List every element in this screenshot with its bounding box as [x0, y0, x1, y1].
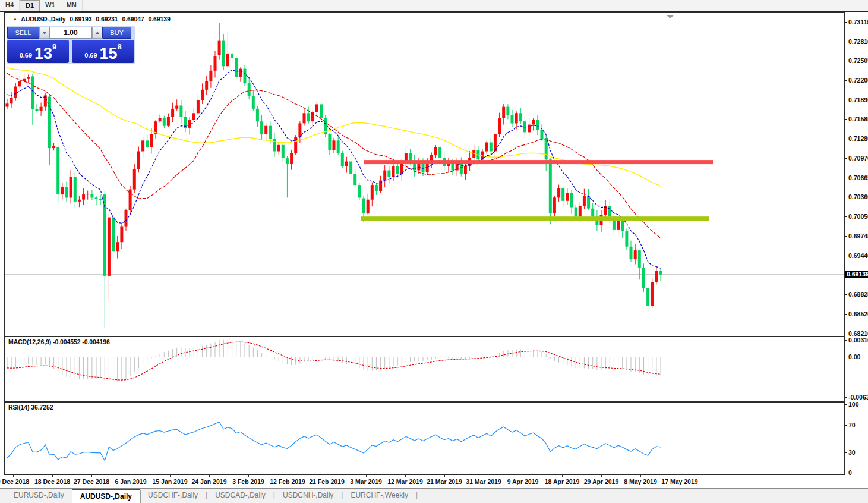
candle-body [137, 152, 140, 169]
candle-body [426, 164, 429, 172]
date-axis-tick [405, 475, 406, 477]
tab-eurusd-daily[interactable]: EURUSD-,Daily [6, 489, 72, 503]
candle-body [150, 134, 153, 147]
macd-chart-canvas[interactable] [5, 337, 844, 401]
collapse-triangle-icon[interactable]: ▲ [13, 17, 17, 21]
timeframe-button-w1[interactable]: W1 [40, 0, 61, 11]
time-axis[interactable]: 9 Dec 201818 Dec 201827 Dec 20186 Jan 20… [0, 475, 868, 488]
candle-body [31, 76, 34, 109]
candle-body [511, 115, 514, 124]
candle-body [264, 126, 267, 134]
candle-body [277, 145, 280, 152]
candle-body [209, 71, 212, 81]
date-axis-tick [640, 475, 641, 477]
volume-input[interactable] [49, 27, 92, 39]
date-axis-tick [523, 475, 523, 477]
one-click-trade-panel: SELL BUY 0.69 13 9 0.69 15 8 [7, 26, 135, 64]
price-axis-label: 0.69440 [848, 252, 868, 259]
tab-eurchf-weekly[interactable]: EURCHF-,Weekly [343, 489, 415, 503]
price-axis-tick [844, 80, 847, 81]
candle-body [52, 146, 55, 148]
candle-body [197, 100, 200, 113]
current-price-tag: 0.69139 [845, 271, 868, 278]
candle-body [591, 209, 594, 217]
sell-price-sup: 9 [52, 42, 56, 51]
volume-increase-button[interactable] [92, 27, 102, 39]
macd-scale[interactable]: 0.0031640.00-0.006317 [845, 337, 868, 402]
candle-body [90, 194, 93, 197]
rsi-axis-label: 0 [848, 469, 852, 476]
candle-body [133, 169, 136, 189]
candle-body [116, 242, 119, 252]
date-axis-tick [601, 475, 602, 477]
candle-body [358, 185, 361, 197]
candle-body [273, 139, 276, 151]
candle-body [99, 199, 102, 200]
price-scale[interactable]: 0.731150.728100.725050.722000.718900.715… [845, 12, 868, 337]
resistance-line[interactable] [364, 160, 713, 164]
timeframe-button-mn[interactable]: MN [61, 0, 83, 11]
candle-body [108, 218, 111, 276]
price-axis-tick [844, 139, 847, 139]
support-line[interactable] [361, 216, 709, 221]
date-axis-tick [248, 475, 249, 477]
rsi-axis-tick [844, 473, 847, 473]
candle-body [125, 210, 128, 227]
candle-body [575, 208, 577, 217]
candle-body [345, 162, 348, 166]
price-axis-label: 0.70360 [848, 193, 868, 200]
candle-body [6, 103, 9, 106]
candle-body [608, 206, 611, 216]
candle-body [328, 134, 331, 150]
candle-body [298, 123, 301, 137]
price-axis-label: 0.72810 [848, 38, 868, 45]
sell-button[interactable]: SELL [7, 27, 39, 39]
trading-terminal-window: H4D1W1MN ▲ AUDUSD-,Daily 0.69193 0.69231… [0, 0, 868, 503]
date-axis-tick [562, 475, 563, 477]
rsi-axis-tick [844, 404, 847, 405]
rsi-scale[interactable]: 10070300 [845, 402, 868, 475]
tab-audusd-daily[interactable]: AUDUSD-,Daily [72, 489, 140, 503]
candle-body [163, 118, 166, 126]
price-axis-tick [844, 197, 847, 197]
candle-body [269, 126, 272, 139]
candle-body [201, 90, 204, 100]
tab-usdcnh-daily[interactable]: USDCNH-,Daily [275, 489, 341, 503]
candle-body [557, 188, 560, 197]
buy-price-prefix: 0.69 [84, 52, 97, 59]
candle-body [502, 107, 505, 118]
candle-body [86, 194, 89, 194]
candle-body [579, 206, 582, 216]
candle-body [286, 158, 289, 164]
price-axis-label: 0.71280 [848, 135, 868, 142]
rsi-chart-canvas[interactable] [5, 403, 844, 474]
candle-body [621, 221, 624, 231]
tab-usdchf-daily[interactable]: USDCHF-,Daily [140, 489, 206, 503]
chart-tab-bar: EURUSD-,DailyAUDUSD-,DailyUSDCHF-,Daily|… [0, 488, 868, 503]
timeframe-button-d1[interactable]: D1 [20, 0, 40, 11]
price-axis-tick [844, 334, 847, 334]
sell-quote[interactable]: 0.69 13 9 [7, 40, 69, 63]
tab-usdcad-daily[interactable]: USDCAD-,Daily [207, 489, 273, 503]
candle-body [40, 107, 43, 111]
macd-signal-line [7, 342, 661, 380]
buy-button[interactable]: BUY [102, 27, 131, 39]
candle-body [337, 140, 340, 153]
candle-body [235, 58, 238, 77]
buy-quote[interactable]: 0.69 15 8 [72, 40, 134, 63]
candle-body [625, 231, 628, 247]
timeframe-button-h4[interactable]: H4 [0, 0, 20, 11]
candle-body [570, 193, 573, 208]
candle-body [129, 190, 132, 210]
candle-body [256, 109, 259, 121]
candle-body [583, 196, 586, 206]
chart-shift-marker-icon[interactable] [666, 15, 674, 18]
candle-body [171, 109, 174, 117]
price-pane: ▲ AUDUSD-,Daily 0.69193 0.69231 0.69047 … [4, 12, 845, 337]
volume-decrease-button[interactable] [39, 27, 49, 39]
rsi-axis-label: 100 [848, 401, 859, 408]
candle-body [490, 143, 493, 152]
candle-body [630, 247, 633, 259]
date-axis-tick [91, 475, 92, 477]
candle-body [48, 97, 51, 149]
